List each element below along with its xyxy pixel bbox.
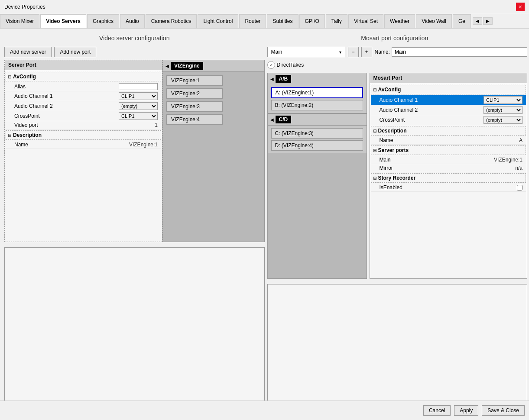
tab-video-servers[interactable]: Video Servers [40, 14, 86, 29]
add-new-server-button[interactable]: Add new server [4, 47, 52, 57]
audio-channel-2-row: Audio Channel 2 (empty) [6, 101, 161, 111]
cd-item-d[interactable]: D: (VIZEngine:4) [271, 140, 363, 151]
close-button[interactable]: × [516, 3, 525, 11]
add-new-port-button[interactable]: Add new port [54, 47, 96, 57]
mirror-server-port-value: n/a [515, 165, 523, 171]
server-ports-group: ⊟ Server ports Main VIZEngine:1 Mirror n… [371, 145, 526, 172]
mosart-name-value: A [519, 137, 523, 143]
viz-item-4[interactable]: VIZEngine:4 [166, 114, 223, 125]
video-port-label: Video port [14, 122, 155, 128]
story-recorder-group: ⊟ Story Recorder IsEnabled [371, 173, 526, 192]
mosart-plus-button[interactable]: + [361, 47, 372, 57]
left-section: Add new server Add new port Server Port … [4, 47, 265, 405]
tab-nav-left[interactable]: ◀ [473, 17, 482, 25]
mosart-name-label: Name [380, 137, 519, 143]
server-port-property-tree: ⊟ AvConfig Alias Audio Channel 1 CLIP1 [5, 70, 162, 242]
name-field-label: Name: [375, 49, 390, 55]
story-recorder-group-header[interactable]: ⊟ Story Recorder [371, 173, 526, 183]
cd-items: C: (VIZEngine:3) D: (VIZEngine:4) [268, 126, 367, 153]
tab-graphics[interactable]: Graphics [87, 14, 119, 28]
avconfig-label: AvConfig [13, 74, 36, 80]
mosart-audio-channel-2-label: Audio Channel 2 [380, 107, 484, 113]
mosart-description-group-header[interactable]: ⊟ Description [371, 126, 526, 136]
tab-virtual-set[interactable]: Virtual Set [348, 14, 383, 28]
tab-nav-right[interactable]: ▶ [483, 17, 493, 25]
save-close-button[interactable]: Save & Close [482, 405, 525, 416]
audio-channel-1-label: Audio Channel 1 [14, 93, 119, 99]
viz-engine-header: ◀ VIZEngine [163, 60, 264, 72]
is-enabled-checkbox[interactable] [517, 185, 523, 191]
mosart-audio-channel-1-select[interactable]: CLIP1 [484, 96, 523, 104]
viz-engine-collapse-icon: ◀ [166, 64, 169, 68]
story-recorder-collapse-icon: ⊟ [373, 176, 376, 181]
server-port-panel: Server Port ⊟ AvConfig Alias [4, 60, 162, 242]
ab-cd-panel: ◀ A/B A: (VIZEngine:1) B: (VIZEngine:2) … [267, 73, 367, 279]
viz-engine-items: VIZEngine:1 VIZEngine:2 VIZEngine:3 VIZE… [163, 72, 264, 128]
cd-header: ◀ C/D [268, 113, 367, 126]
ab-collapse-icon: ◀ [270, 77, 274, 81]
main-server-port-value: VIZEngine:1 [494, 157, 523, 163]
left-toolbar: Add new server Add new port [4, 47, 265, 57]
tab-router[interactable]: Router [239, 14, 266, 28]
mosart-dropdown-value: Main [271, 49, 282, 55]
story-recorder-label: Story Recorder [378, 175, 416, 181]
tab-audio[interactable]: Audio [120, 14, 145, 28]
apply-button[interactable]: Apply [454, 405, 478, 416]
mosart-property-tree: ⊟ AvConfig Audio Channel 1 CLIP1 Audio C [370, 83, 527, 278]
audio-channel-1-select[interactable]: CLIP1 [119, 92, 158, 100]
cd-item-c[interactable]: C: (VIZEngine:3) [271, 128, 363, 139]
main-content: Video server configuration Mosart port c… [0, 29, 529, 410]
tab-light-control[interactable]: Light Control [198, 14, 238, 28]
mosart-description-label: Description [378, 128, 407, 134]
tab-video-wall[interactable]: Video Wall [416, 14, 452, 28]
ab-items: A: (VIZEngine:1) B: (VIZEngine:2) [268, 84, 367, 113]
tab-ge[interactable]: Ge [453, 14, 471, 28]
tab-tally[interactable]: Tally [326, 14, 347, 28]
name-input[interactable] [392, 47, 527, 57]
viz-item-1[interactable]: VIZEngine:1 [166, 75, 223, 86]
bottom-panel-right [267, 284, 528, 405]
mosart-crosspoint-row: CrossPoint (empty) [371, 115, 526, 125]
mosart-crosspoint-select[interactable]: (empty) [484, 116, 523, 124]
server-ports-group-header[interactable]: ⊟ Server ports [371, 145, 526, 155]
tab-gpio[interactable]: GPI/O [299, 14, 325, 28]
tab-weather[interactable]: Weather [384, 14, 415, 28]
avconfig-collapse-icon: ⊟ [8, 74, 11, 79]
server-name-value: VIZEngine:1 [129, 142, 158, 148]
mosart-avconfig-collapse-icon: ⊟ [373, 87, 376, 92]
crosspoint-label: CrossPoint [14, 113, 119, 119]
direct-takes-checkbox[interactable]: ✓ [267, 61, 275, 69]
cancel-button[interactable]: Cancel [423, 405, 451, 416]
video-port-value: 1 [155, 122, 158, 128]
right-panels: ◀ A/B A: (VIZEngine:1) B: (VIZEngine:2) … [267, 73, 528, 279]
title-bar: Device Properties × [0, 0, 529, 14]
left-section-header: Video server configuration [4, 33, 265, 43]
avconfig-group-header[interactable]: ⊟ AvConfig [6, 72, 161, 81]
tab-vision-mixer[interactable]: Vision Mixer [0, 14, 39, 28]
mosart-dropdown[interactable]: Main ▾ [267, 47, 345, 57]
tab-subtitles[interactable]: Subtitles [267, 14, 298, 28]
ab-item-b[interactable]: B: (VIZEngine:2) [271, 100, 363, 110]
description-group: ⊟ Description Name VIZEngine:1 [6, 130, 161, 149]
server-ports-label: Server ports [378, 147, 409, 153]
footer: Cancel Apply Save & Close [0, 401, 529, 420]
mosart-minus-button[interactable]: − [348, 47, 359, 57]
ab-item-a[interactable]: A: (VIZEngine:1) [271, 87, 363, 98]
alias-input[interactable] [119, 83, 158, 90]
viz-item-3[interactable]: VIZEngine:3 [166, 101, 223, 112]
description-group-header[interactable]: ⊟ Description [6, 130, 161, 140]
mirror-server-port-label: Mirror [380, 165, 516, 171]
crosspoint-select[interactable]: CLIP1 [119, 112, 158, 120]
ab-section: ◀ A/B A: (VIZEngine:1) B: (VIZEngine:2) [268, 73, 367, 113]
mosart-toolbar: Main ▾ − + Name: [267, 47, 528, 57]
ab-label: A/B [276, 75, 292, 83]
alias-label: Alias [14, 84, 119, 90]
tab-camera-robotics[interactable]: Camera Robotics [146, 14, 197, 28]
mosart-audio-channel-2-select[interactable]: (empty) [484, 106, 523, 114]
mosart-avconfig-group-header[interactable]: ⊟ AvConfig [371, 85, 526, 94]
mosart-port-panel-title: Mosart Port [370, 73, 527, 83]
avconfig-group: ⊟ AvConfig Alias Audio Channel 1 CLIP1 [6, 72, 161, 129]
tabs-bar: Vision Mixer Video Servers Graphics Audi… [0, 14, 529, 29]
viz-item-2[interactable]: VIZEngine:2 [166, 88, 223, 99]
audio-channel-2-select[interactable]: (empty) [119, 102, 158, 110]
